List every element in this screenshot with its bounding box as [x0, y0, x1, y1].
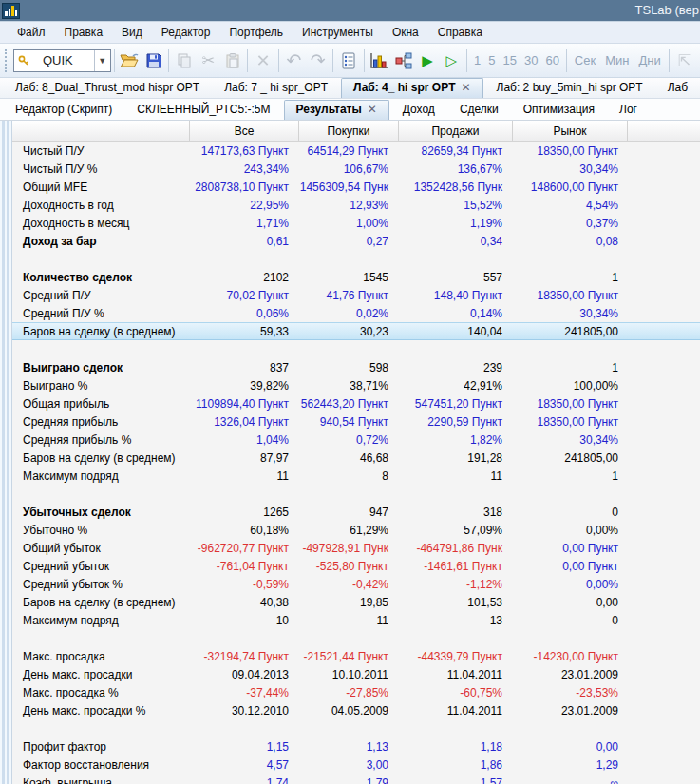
doc-tab[interactable]: Доход: [391, 100, 446, 120]
close-icon[interactable]: ✕: [368, 103, 377, 116]
chevron-down-icon[interactable]: ▼: [94, 50, 110, 71]
row-label: Средняя прибыль: [12, 415, 189, 429]
table-row[interactable]: Средний П/У70,02 Пункт41,76 Пункт148,40 …: [12, 286, 700, 304]
menu-item[interactable]: Редактор: [152, 23, 220, 42]
timeframe-button[interactable]: 5: [484, 53, 499, 67]
paste-button[interactable]: [220, 48, 244, 73]
menu-item[interactable]: Вид: [112, 23, 152, 42]
table-cell: 30.12.2010: [189, 704, 298, 717]
table-cell: 23.01.2009: [512, 704, 628, 717]
timeframe-unit-button[interactable]: Мин: [600, 53, 634, 67]
table-row[interactable]: Выиграно %39,82%38,71%42,91%100,00%: [12, 376, 700, 394]
table-row[interactable]: Общий убыток-962720,77 Пункт-497928,91 П…: [12, 539, 700, 557]
copy-button[interactable]: [172, 48, 196, 73]
toolbar-grip[interactable]: [5, 49, 9, 72]
connection-combobox[interactable]: QUIK ▼: [13, 49, 111, 72]
delete-button[interactable]: ✕: [251, 48, 274, 73]
app-window: TSLab (вер ФайлПравкаВидРедакторПортфель…: [0, 0, 700, 784]
lab-tab[interactable]: Лаб: 8_Dual_Thrust_mod hispr OPT: [4, 78, 211, 98]
table-row[interactable]: Общий MFE2808738,10 Пункт1456309,54 Пунк…: [12, 178, 700, 196]
table-row[interactable]: Общая прибыль1109894,40 Пункт562443,20 П…: [12, 394, 700, 412]
doc-tab[interactable]: Сделки: [448, 100, 510, 120]
panel-splitter[interactable]: [0, 121, 12, 784]
script-properties-button[interactable]: [336, 48, 360, 73]
doc-tab[interactable]: Оптимизация: [512, 100, 606, 120]
chart-button[interactable]: [368, 48, 391, 73]
run-button[interactable]: ▶: [415, 48, 439, 73]
table-row[interactable]: Доходность в месяц1,71%1,00%1,19%0,37%: [12, 214, 700, 232]
save-button[interactable]: [142, 48, 165, 73]
cut-button[interactable]: ✂: [197, 48, 220, 73]
column-header[interactable]: Все: [189, 121, 298, 141]
doc-tab[interactable]: Редактор (Скрипт): [4, 100, 123, 120]
timeframe-button[interactable]: 15: [499, 53, 520, 67]
table-row[interactable]: Доход за бар0,610,270,340,08: [12, 232, 700, 250]
table-row[interactable]: Средний убыток %-0,59%-0,42%-1,12%0,00%: [12, 575, 700, 593]
menu-item[interactable]: Правка: [55, 23, 113, 42]
table-row[interactable]: Максимум подряд1011130: [12, 611, 700, 629]
table-row[interactable]: Максимум подряд118111: [12, 467, 700, 485]
table-cell: 0,00%: [512, 524, 628, 537]
row-label: Количество сделок: [12, 271, 189, 284]
table-row[interactable]: Макс. просадка-32194,74 Пункт-21521,44 П…: [12, 647, 700, 665]
table-row[interactable]: Доходность в год22,95%12,93%15,52%4,54%: [12, 196, 700, 214]
column-header[interactable]: Продажи: [398, 121, 512, 141]
timeframe-button[interactable]: 1: [470, 53, 484, 67]
run-step-button[interactable]: ▷: [440, 48, 464, 73]
table-row[interactable]: Выиграно сделок8375982391: [12, 358, 700, 376]
table-row[interactable]: Баров на сделку (в среднем)59,3330,23140…: [12, 322, 700, 340]
table-row[interactable]: Профит фактор1,151,131,180,00: [12, 737, 700, 755]
table-cell: 1,74: [189, 776, 298, 784]
column-header[interactable]: Рынок: [512, 121, 628, 141]
lab-tab[interactable]: Лаб: 7 _ hi spr_OPT: [213, 78, 339, 98]
close-icon[interactable]: ✕: [461, 81, 470, 94]
doc-tab[interactable]: СКЛЕЕННЫЙ_РТС5:-:5М: [125, 100, 281, 120]
table-row[interactable]: День макс. просадки09.04.201310.10.20111…: [12, 665, 700, 683]
timeframe-unit-button[interactable]: Дни: [634, 53, 665, 67]
timeframe-unit-button[interactable]: Сек: [570, 53, 600, 67]
redo-button[interactable]: ↷: [306, 48, 330, 73]
table-row[interactable]: Средняя прибыль1326,04 Пункт940,54 Пункт…: [12, 412, 700, 430]
table-row[interactable]: Фактор восстановления4,573,001,861,29: [12, 755, 700, 774]
open-folder-button[interactable]: [118, 48, 142, 73]
lab-tab-label: Лаб: 2 buy_5min_hi spr OPT: [497, 81, 643, 94]
menu-item[interactable]: Файл: [8, 23, 55, 42]
column-header[interactable]: Покупки: [298, 121, 398, 141]
timeframe-button[interactable]: 30: [520, 53, 541, 67]
lab-tab[interactable]: Лаб: [656, 78, 699, 98]
flowchart-button[interactable]: [391, 48, 415, 73]
cursor-button[interactable]: ⇱: [672, 48, 696, 73]
table-cell: 940,54 Пункт: [298, 415, 398, 429]
menu-item[interactable]: Портфель: [219, 23, 293, 42]
undo-button[interactable]: ↶: [282, 48, 306, 73]
table-row[interactable]: Баров на сделку (в среднем)87,9746,68191…: [12, 449, 700, 467]
table-cell: 1456309,54 Пунк: [298, 181, 398, 194]
table-row[interactable]: Чистый П/У %243,34%106,67%136,67%30,34%: [12, 160, 700, 178]
table-cell: 60,18%: [189, 524, 298, 537]
window-title: TSLab (вер: [635, 3, 699, 17]
doc-tab[interactable]: Лог: [608, 100, 649, 120]
table-row[interactable]: День макс. просадки %30.12.201004.05.200…: [12, 701, 700, 719]
table-row[interactable]: Количество сделок210215455571: [12, 268, 700, 286]
table-row[interactable]: Макс. просадка %-37,44%-27,85%-60,75%-23…: [12, 683, 700, 701]
table-row[interactable]: Средний убыток-761,04 Пункт-525,80 Пункт…: [12, 557, 700, 575]
table-row[interactable]: Баров на сделку (в среднем)40,3819,85101…: [12, 593, 700, 611]
menu-item[interactable]: Инструменты: [293, 23, 383, 42]
menu-item[interactable]: Справка: [428, 23, 492, 42]
menu-item[interactable]: Окна: [383, 23, 428, 42]
row-label: Убыточно %: [12, 524, 189, 537]
table-row[interactable]: Убыточно %60,18%61,29%57,09%0,00%: [12, 521, 700, 539]
table-row[interactable]: Коэф. выигрыша1,741,791,57∞: [12, 774, 700, 784]
lab-tab-active[interactable]: Лаб: 4_ hi spr OPT✕: [341, 78, 483, 98]
table-cell: 1326,04 Пункт: [189, 415, 298, 429]
doc-tab-active[interactable]: Результаты✕: [284, 100, 389, 120]
table-cell: -27,85%: [298, 686, 398, 699]
table-row[interactable]: Средняя прибыль %1,04%0,72%1,82%30,34%: [12, 430, 700, 449]
lab-tab[interactable]: Лаб: 2 buy_5min_hi spr OPT: [485, 78, 654, 98]
table-row[interactable]: Убыточных сделок12659473180: [12, 503, 700, 521]
table-row[interactable]: Чистый П/У147173,63 Пункт64514,29 Пункт8…: [12, 142, 700, 160]
table-cell: 243,34%: [189, 163, 298, 176]
table-row[interactable]: Средний П/У %0,06%0,02%0,14%30,34%: [12, 304, 700, 322]
timeframe-button[interactable]: 60: [541, 53, 562, 67]
table-cell: 1,00%: [298, 217, 398, 230]
